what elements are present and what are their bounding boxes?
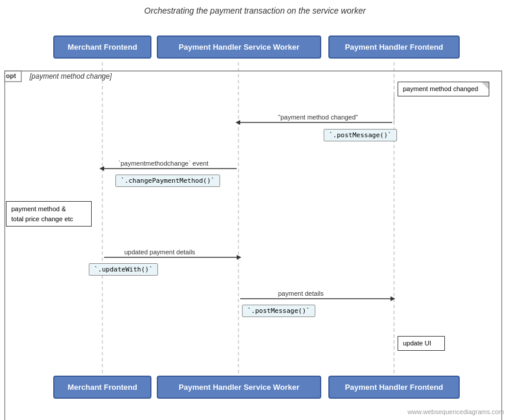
- opt-condition: [payment method change]: [30, 72, 112, 80]
- actor-phf-bottom: Payment Handler Frontend: [328, 376, 460, 399]
- diagram-container: Orchestrating the payment transaction on…: [0, 0, 510, 420]
- svg-rect-3: [5, 71, 502, 420]
- method-postmessage-2: `.postMessage()`: [242, 305, 315, 317]
- watermark: www.websequencediagrams.com: [408, 408, 504, 415]
- note-update-ui: update UI: [398, 336, 445, 351]
- actor-merchant-top: Merchant Frontend: [53, 35, 151, 59]
- arrow-label-4: payment details: [278, 290, 324, 297]
- arrow-label-2: `paymentmethodchange` event: [118, 160, 208, 167]
- method-postmessage-1: `.postMessage()`: [324, 129, 397, 141]
- note-side: payment method &total price change etc: [6, 201, 92, 227]
- svg-marker-10: [237, 255, 241, 260]
- actor-sw-bottom: Payment Handler Service Worker: [157, 376, 321, 399]
- actor-merchant-bottom: Merchant Frontend: [53, 376, 151, 399]
- diagram-title: Orchestrating the payment transaction on…: [0, 0, 510, 15]
- note-payment-changed: payment method changed: [398, 82, 489, 96]
- svg-marker-6: [235, 120, 240, 125]
- method-changepayment: `.changePaymentMethod()`: [115, 175, 220, 187]
- arrow-label-1: "payment method changed": [278, 114, 358, 121]
- method-updatewith: `.updateWith()`: [89, 263, 158, 276]
- opt-label: opt: [6, 72, 16, 79]
- arrow-label-3: updated payment details: [124, 248, 195, 256]
- actor-sw-top: Payment Handler Service Worker: [157, 35, 321, 59]
- svg-marker-12: [390, 296, 395, 301]
- svg-marker-8: [99, 166, 104, 171]
- actor-phf-top: Payment Handler Frontend: [328, 35, 460, 59]
